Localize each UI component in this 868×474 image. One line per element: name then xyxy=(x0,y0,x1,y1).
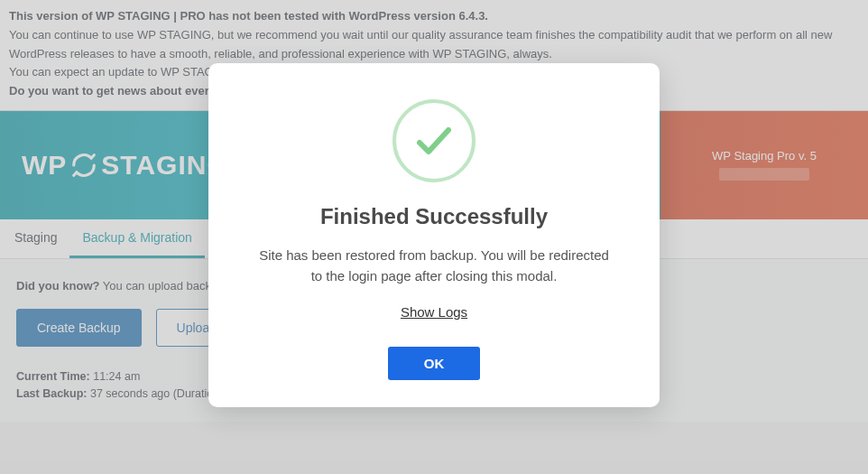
success-modal: Finished Successfully Site has been rest… xyxy=(208,63,660,407)
success-check-icon xyxy=(392,99,476,182)
show-logs-link[interactable]: Show Logs xyxy=(401,304,467,320)
modal-body: Site has been restored from backup. You … xyxy=(254,246,614,286)
modal-title: Finished Successfully xyxy=(254,204,614,229)
modal-overlay[interactable]: Finished Successfully Site has been rest… xyxy=(0,0,868,474)
ok-button[interactable]: OK xyxy=(388,347,481,380)
